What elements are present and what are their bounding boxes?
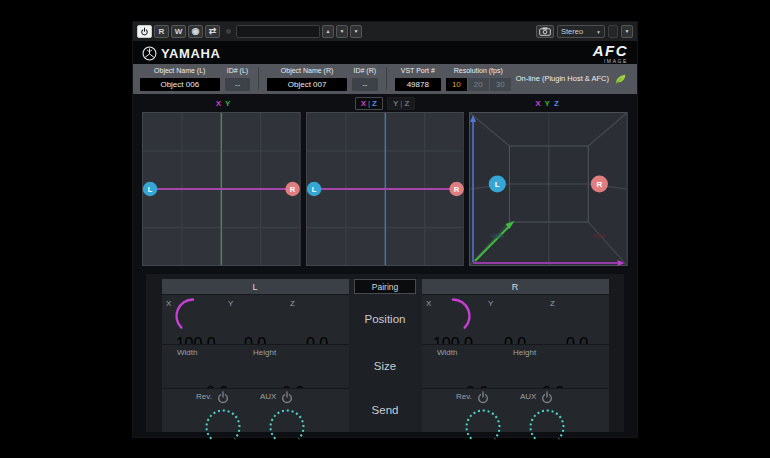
pairing-button[interactable]: Pairing: [354, 279, 416, 294]
marker-r[interactable]: R: [591, 176, 608, 193]
online-status-text: On-line (Plugin Host & AFC): [516, 74, 609, 83]
channel-config-value: Stereo: [561, 27, 583, 36]
knob-label: Width: [177, 348, 197, 357]
tab-yz-view[interactable]: Y|Z: [387, 97, 415, 110]
marker-l[interactable]: L: [143, 182, 158, 196]
write-automation-button[interactable]: W: [171, 25, 186, 38]
preset-name-input[interactable]: [236, 25, 320, 38]
left-send-row: Rev. -96.0: [162, 388, 349, 432]
plugin-window: R W ◉ ⇄ ▲ ▼ ▼ Stereo ▼ ▼: [133, 22, 637, 437]
preset-next-button[interactable]: ▼: [336, 25, 348, 38]
rev-power-button[interactable]: [476, 390, 490, 408]
brand-name: YAMAHA: [161, 46, 220, 61]
resolution-option-30[interactable]: 30: [490, 78, 511, 91]
svg-text:R: R: [597, 180, 603, 189]
product-subname: IMAGE: [593, 59, 628, 64]
write-label: W: [175, 28, 183, 36]
preset-menu-icon: ▼: [354, 29, 359, 34]
id-r-value[interactable]: --: [352, 78, 378, 91]
object-name-l-value[interactable]: Object 006: [140, 78, 220, 91]
knob-label: Y: [488, 299, 493, 308]
y-position-knob[interactable]: [241, 302, 269, 330]
aux-send-knob[interactable]: [533, 413, 561, 441]
host-toolbar: R W ◉ ⇄ ▲ ▼ ▼ Stereo ▼ ▼: [133, 22, 637, 42]
id-l-value[interactable]: --: [225, 78, 251, 91]
knob-l-rev: Rev. -96.0: [197, 390, 249, 458]
height-knob[interactable]: [539, 351, 567, 379]
preset-prev-button[interactable]: ▲: [322, 25, 334, 38]
marker-r[interactable]: R: [285, 182, 300, 196]
xyz-view-label: X Y Z: [466, 94, 628, 112]
channel-config-select[interactable]: Stereo ▼: [557, 25, 605, 38]
xz-view-panel[interactable]: L R: [306, 112, 465, 266]
vst-port-field: VST Port # 49878: [395, 66, 441, 91]
svg-text:L: L: [495, 180, 500, 189]
online-leaf-icon: [614, 73, 627, 85]
yamaha-logo: YAMAHA: [142, 46, 220, 61]
output-menu-icon: ▼: [625, 29, 630, 34]
rev-send-value[interactable]: -96.0: [471, 446, 507, 458]
x-position-knob[interactable]: [179, 302, 207, 330]
output-menu-button[interactable]: ▼: [621, 25, 633, 38]
marker-r-floor-shadow: [593, 233, 607, 238]
width-knob[interactable]: [203, 351, 231, 379]
x-position-knob[interactable]: [439, 302, 467, 330]
height-knob[interactable]: [279, 351, 307, 379]
camera-icon: [539, 27, 551, 36]
bypass-button[interactable]: [137, 25, 152, 38]
right-block-header: R: [422, 279, 609, 294]
field-divider: [258, 67, 259, 90]
knob-label: AUX: [520, 392, 536, 401]
marker-r[interactable]: R: [449, 182, 464, 196]
z-position-knob[interactable]: [303, 302, 331, 330]
knob-label: Width: [437, 348, 457, 357]
y-position-knob[interactable]: [501, 302, 529, 330]
snapshot-button[interactable]: [536, 25, 554, 38]
knob-label: X: [166, 299, 171, 308]
left-size-row: Width 0.0 Height 0.0: [162, 344, 349, 388]
axis-x-label: X: [535, 99, 540, 108]
knob-label: Rev.: [196, 392, 212, 401]
read-label: R: [159, 28, 165, 36]
xyz-view-panel[interactable]: L R: [469, 112, 628, 266]
left-object-block: L X -100.0 Y 0.0: [162, 279, 349, 432]
resolution-option-20[interactable]: 20: [468, 78, 489, 91]
rev-power-button[interactable]: [216, 390, 230, 408]
aux-send-knob[interactable]: [273, 413, 301, 441]
axis-z-label: Z: [554, 99, 559, 108]
svg-text:L: L: [148, 185, 153, 194]
id-r-label: ID# (R): [354, 66, 377, 76]
afc-image-logo: AFC IMAGE: [593, 43, 628, 64]
resolution-option-10[interactable]: 10: [446, 78, 467, 91]
object-name-r-value[interactable]: Object 007: [267, 78, 347, 91]
rev-send-knob[interactable]: [469, 413, 497, 441]
knob-label: X: [426, 299, 431, 308]
rev-send-knob[interactable]: [209, 413, 237, 441]
svg-text:L: L: [311, 185, 316, 194]
object-fields-bar: Object Name (L) Object 006 ID# (L) -- Ob…: [133, 64, 637, 94]
power-icon: [280, 390, 294, 404]
resolution-field: Resolution (fps) 10 20 30: [446, 66, 511, 91]
object-name-r-field: Object Name (R) Object 007: [267, 66, 347, 91]
read-automation-button[interactable]: R: [154, 25, 169, 38]
copy-ab-button[interactable]: ⇄: [205, 25, 220, 38]
xy-view-panel[interactable]: L R: [142, 112, 301, 266]
marker-l[interactable]: L: [306, 182, 321, 196]
compare-button[interactable]: ◉: [188, 25, 203, 38]
aux-send-value[interactable]: -96.0: [535, 446, 571, 458]
width-knob[interactable]: [463, 351, 491, 379]
aux-send-value[interactable]: -96.0: [275, 446, 311, 458]
vst-port-value[interactable]: 49878: [395, 78, 441, 91]
aux-power-button[interactable]: [540, 390, 554, 408]
power-icon: [140, 27, 149, 36]
preset-menu-button[interactable]: ▼: [350, 25, 362, 38]
tab-xz-view[interactable]: X|Z: [355, 97, 383, 110]
power-icon: [216, 390, 230, 404]
svg-text:R: R: [290, 185, 296, 194]
rev-send-value[interactable]: -96.0: [211, 446, 247, 458]
aux-power-button[interactable]: [280, 390, 294, 408]
marker-l[interactable]: L: [489, 176, 506, 193]
field-divider: [386, 67, 387, 90]
section-label-size: Size: [349, 344, 422, 388]
z-position-knob[interactable]: [563, 302, 591, 330]
